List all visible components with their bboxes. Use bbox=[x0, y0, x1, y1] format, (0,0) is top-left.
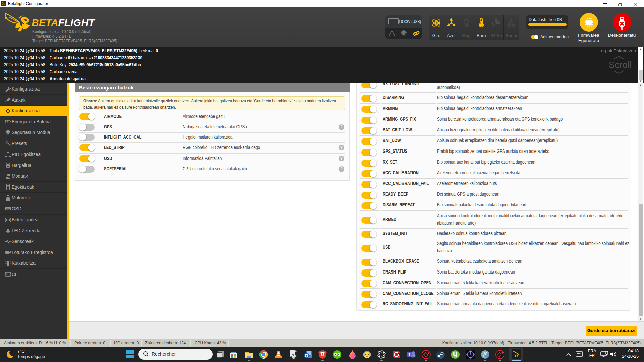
svg-text:OSD: OSD bbox=[6, 208, 10, 210]
svg-text:T: T bbox=[408, 353, 410, 356]
svg-text:N: N bbox=[464, 22, 468, 28]
